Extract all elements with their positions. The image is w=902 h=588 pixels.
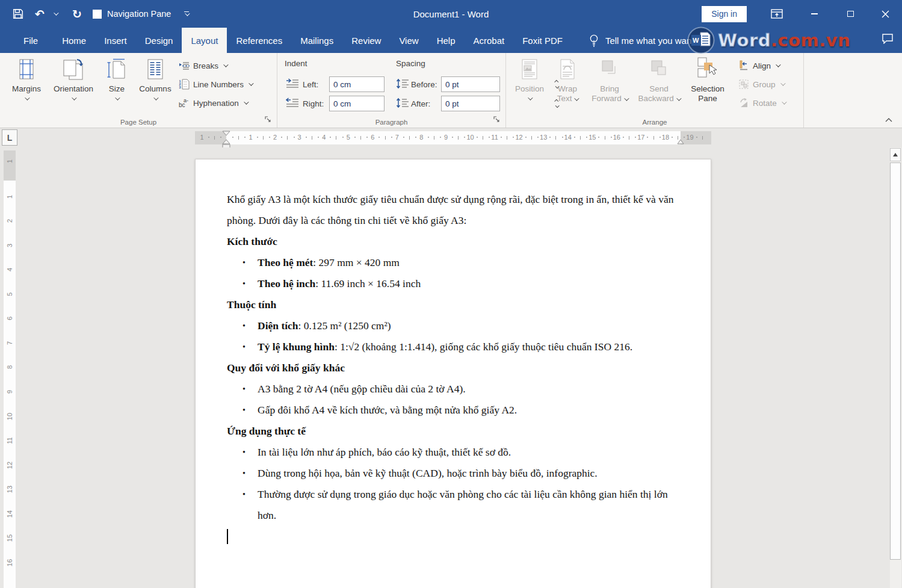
group-paragraph: Indent Spacing Left: Right: Before: [277, 53, 506, 128]
ruler-mark [696, 137, 697, 138]
ruler-mark: 13 [6, 483, 13, 495]
ruler-mark [555, 136, 556, 140]
ruler-mark: 13 [540, 134, 547, 141]
group-button[interactable]: Group [738, 78, 784, 91]
ruler-mark: 6 [371, 134, 374, 141]
ruler-mark [586, 137, 587, 138]
ribbon: Margins Orientation Size [0, 53, 902, 128]
ruler-mark [403, 137, 404, 138]
group-label-page-setup: Page Setup [0, 119, 277, 126]
ruler-mark [562, 137, 563, 138]
ruler-mark [611, 137, 612, 138]
ruler-mark [294, 137, 295, 138]
ruler-mark [672, 137, 673, 138]
tab-insert[interactable]: Insert [95, 28, 136, 53]
tab-layout[interactable]: Layout [182, 28, 227, 53]
ruler-mark [214, 136, 215, 140]
group-label-arrange: Arrange [506, 119, 803, 126]
scroll-up-icon[interactable] [890, 148, 901, 161]
margins-icon [16, 56, 37, 82]
redo-icon[interactable]: ↻ [71, 8, 83, 20]
wrap-text-icon [557, 56, 578, 82]
chevron-down-icon [244, 99, 249, 104]
close-button[interactable] [872, 0, 898, 28]
document-area: 112345678910111213141516 Khổ giấy A3 là … [0, 147, 902, 588]
selection-pane-button[interactable]: Selection Pane [687, 56, 729, 116]
vertical-scrollbar[interactable] [890, 147, 901, 588]
ribbon-display-options-icon[interactable] [764, 0, 790, 28]
paragraph-dialog-launcher-icon[interactable] [493, 116, 501, 125]
ruler-mark [263, 136, 264, 140]
size-icon [106, 56, 128, 82]
tab-mailings[interactable]: Mailings [291, 28, 342, 53]
quick-access-toolbar: ↶ ↻ Navigation Pane [12, 8, 193, 20]
tab-review[interactable]: Review [342, 28, 390, 53]
sign-in-button[interactable]: Sign in [702, 6, 747, 22]
group-arrange: Position Wrap Text Bring Forward Sen [506, 53, 804, 128]
minimize-button[interactable] [801, 0, 827, 28]
tab-foxit-pdf[interactable]: Foxit PDF [513, 28, 572, 53]
document-page[interactable]: Khổ giấy A3 là một kích thước giấy tiêu … [195, 159, 711, 588]
rotate-button[interactable]: Rotate [738, 96, 785, 110]
first-line-indent-marker[interactable] [222, 131, 230, 136]
save-icon[interactable] [12, 8, 24, 20]
size-button[interactable]: Size [101, 56, 132, 116]
collapse-ribbon-icon[interactable] [884, 116, 894, 125]
doc-heading: Quy đổi với khổ giấy khác [227, 357, 679, 379]
svg-text:3: 3 [179, 85, 181, 89]
columns-button[interactable]: Columns [136, 56, 175, 116]
qat-customize-icon[interactable] [181, 8, 193, 20]
rotate-icon [738, 97, 749, 108]
tab-stop-selector[interactable]: L [2, 129, 17, 146]
undo-icon[interactable]: ↶ [34, 8, 46, 20]
tab-help[interactable]: Help [428, 28, 465, 53]
tab-view[interactable]: View [390, 28, 427, 53]
ruler-mark [605, 136, 605, 140]
tab-design[interactable]: Design [136, 28, 182, 53]
ruler-mark [653, 136, 654, 140]
tab-acrobat[interactable]: Acrobat [465, 28, 514, 53]
tab-home[interactable]: Home [53, 28, 95, 53]
send-backward-button[interactable]: Send Backward [634, 56, 684, 116]
chevron-down-icon [249, 81, 253, 85]
comment-icon[interactable] [882, 33, 894, 46]
breaks-button[interactable]: Breaks [179, 59, 227, 72]
indent-right-field [329, 96, 385, 111]
bullet-item: Theo hệ mét: 297 mm × 420 mm [227, 252, 679, 273]
tab-references[interactable]: References [227, 28, 291, 53]
wrap-text-button[interactable]: Wrap Text [549, 56, 585, 116]
ruler-mark: 9 [6, 386, 13, 398]
page-setup-dialog-launcher-icon[interactable] [264, 116, 273, 125]
ruler-mark: 4 [6, 264, 13, 276]
orientation-button[interactable]: Orientation [49, 56, 97, 116]
doc-paragraph: Khổ giấy A3 là một kích thước giấy tiêu … [227, 189, 679, 231]
navigation-pane-toggle[interactable]: Navigation Pane [93, 9, 171, 19]
chevron-down-icon [528, 95, 533, 100]
undo-dropdown-icon[interactable] [49, 8, 61, 20]
document-content: Khổ giấy A3 là một kích thước giấy tiêu … [196, 159, 711, 547]
ruler-mark [306, 137, 307, 138]
ruler-mark: 14 [6, 508, 13, 520]
tab-file[interactable]: File [14, 28, 47, 53]
ruler-mark: 18 [662, 134, 669, 141]
bring-forward-button[interactable]: Bring Forward [588, 56, 631, 116]
position-icon [519, 56, 540, 82]
ruler-mark [238, 136, 239, 140]
tell-me-box[interactable]: Tell me what you want to [588, 28, 706, 53]
doc-heading: Kích thước [227, 231, 679, 252]
scrollbar-thumb[interactable] [890, 162, 901, 560]
ruler-mark [336, 136, 336, 140]
ruler-mark [391, 137, 392, 138]
margins-button[interactable]: Margins [7, 56, 46, 116]
maximize-button[interactable] [837, 0, 863, 28]
ruler-mark: 1 [6, 191, 13, 203]
ruler-mark: 1 [6, 155, 13, 167]
spacing-before-field-label: Before: [411, 80, 437, 89]
hyphenation-button[interactable]: bca- Hyphenation [179, 96, 247, 110]
line-numbers-button[interactable]: 123 Line Numbers [179, 78, 252, 91]
indent-left-icon [286, 78, 299, 89]
align-button[interactable]: Align [738, 59, 779, 72]
position-button[interactable]: Position [512, 56, 547, 116]
ruler-mark [477, 137, 478, 138]
navigation-pane-checkbox[interactable] [93, 10, 102, 19]
